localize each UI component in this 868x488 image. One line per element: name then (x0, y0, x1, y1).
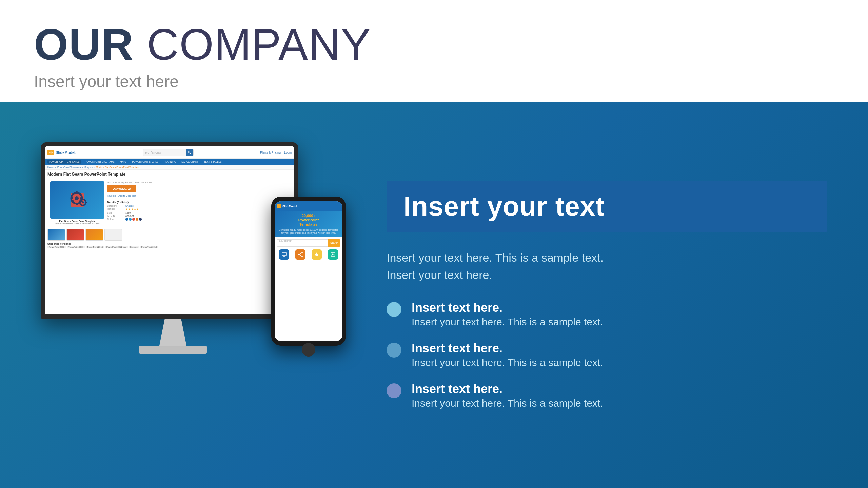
svg-point-6 (75, 196, 79, 200)
version-tags: PowerPoint 2007 PowerPoint 2010 PowerPoi… (47, 246, 292, 248)
thumbnails-row (47, 229, 292, 241)
website-nav: SlideModel. e.g. 'arrows' Plans & Pricin… (45, 146, 294, 159)
svg-rect-17 (82, 198, 83, 200)
right-content: Insert your text Insert your text here. … (346, 181, 827, 409)
action-links: Favorite Add to Collection (107, 195, 289, 197)
add-collection-link[interactable]: Add to Collection (118, 195, 136, 197)
bullet-item-2: Insert text here. Insert your text here.… (387, 341, 827, 368)
login-notice: You must be logged in to download this f… (107, 181, 289, 184)
category-row: Category: Shapes (107, 205, 289, 207)
svg-rect-8 (76, 203, 78, 205)
phone-icon-image[interactable] (328, 249, 338, 260)
plans-pricing-link[interactable]: Plans & Pricing (260, 151, 281, 154)
logo-icon (47, 150, 54, 155)
page-content: Flat Gears PowerPoint Template This is a… (47, 179, 292, 227)
nav-text-tables[interactable]: TEXT & TABLES (202, 160, 223, 164)
bullet-desc-1: Insert your text here. This is a sample … (412, 316, 603, 328)
phone-logo-text: SlideModel. (282, 205, 297, 208)
svg-rect-21 (282, 252, 286, 256)
phone-search-bar[interactable]: e.g. 'arrows' Search (277, 239, 340, 247)
page-subtitle: Insert your text here (34, 72, 834, 91)
desktop-monitor: SlideModel. e.g. 'arrows' Plans & Pricin… (41, 142, 305, 407)
product-image (50, 181, 104, 219)
bullet-item-1: Insert text here. Insert your text here.… (387, 301, 827, 328)
search-bar[interactable]: e.g. 'arrows' (143, 149, 194, 156)
nav-links-top: Plans & Pricing Login (260, 151, 292, 154)
favorite-link[interactable]: Favorite (107, 195, 116, 197)
colors-row: Colors: (107, 218, 289, 221)
logo-text: SlideModel. (56, 150, 76, 155)
download-button[interactable]: DOWNLOAD (107, 185, 136, 192)
phone-icons-row (275, 247, 342, 261)
svg-point-2 (189, 151, 190, 153)
login-link[interactable]: Login (284, 151, 292, 154)
supported-title: Supported Versions: (47, 243, 292, 245)
item-id-row: Item ID: 6356-01 (107, 215, 289, 217)
phone-hero: 20,000+ PowerPoint Templates Download re… (275, 211, 342, 237)
page-title: OUR COMPANY (34, 20, 834, 69)
thumbnail-1[interactable] (47, 229, 65, 241)
phone-hero-subtitle: Download ready-made slides & 100% editab… (277, 228, 340, 235)
svg-line-28 (299, 255, 301, 256)
mobile-phone: SlideModel. ☰ 20,000+ PowerPoint Templat… (271, 197, 346, 346)
version-6: PowerPoint 2016 (140, 246, 158, 248)
bullet-title-1: Insert text here. (412, 301, 603, 315)
version-1: PowerPoint 2007 (47, 246, 66, 248)
nav-pp-shapes[interactable]: POWERPOINT SHAPES (131, 160, 160, 164)
description-text: Insert your text here. This is a sample … (387, 249, 624, 284)
breadcrumb-shapes[interactable]: Shapes (84, 166, 93, 168)
bullet-circle-2 (387, 343, 401, 358)
phone-search-input[interactable]: e.g. 'arrows' (277, 239, 328, 247)
phone-logo: SlideModel. (277, 204, 297, 208)
svg-rect-19 (79, 202, 80, 203)
nav-data-chart[interactable]: DATA & CHART (180, 160, 200, 164)
devices-container: SlideModel. e.g. 'arrows' Plans & Pricin… (41, 142, 346, 447)
nav-bar-blue: POWERPOINT TEMPLATES POWERPOINT DIAGRAMS… (45, 159, 294, 165)
svg-point-1 (51, 152, 52, 153)
svg-point-25 (301, 256, 303, 257)
thumbnail-4[interactable] (104, 229, 122, 241)
breadcrumb-home[interactable]: Home (47, 166, 54, 168)
bullet-desc-3: Insert your text here. This is a sample … (412, 398, 603, 409)
phone-logo-icon (277, 204, 281, 208)
svg-marker-29 (315, 252, 319, 256)
version-5: Keynote (129, 246, 139, 248)
phone-icon-favorite[interactable] (312, 249, 322, 260)
breadcrumb-pp[interactable]: PowerPoint Templates (57, 166, 81, 168)
monitor-body: SlideModel. e.g. 'arrows' Plans & Pricin… (41, 142, 298, 319)
bullet-text-2: Insert text here. Insert your text here.… (412, 341, 603, 368)
svg-rect-18 (82, 205, 83, 206)
supported-section: Supported Versions: PowerPoint 2007 Powe… (47, 243, 292, 248)
bullet-desc-2: Insert your text here. This is a sample … (412, 357, 603, 368)
svg-point-24 (301, 252, 303, 253)
phone-icon-presentation[interactable] (279, 249, 289, 260)
product-page-title: Modern Flat Gears PowerPoint Template (47, 172, 292, 177)
rating-row: Rating: ★★★★★ (107, 208, 289, 211)
size-row: Size: 16x9 (107, 212, 289, 214)
nav-pp-diagrams[interactable]: POWERPOINT DIAGRAMS (84, 160, 116, 164)
details-title: Details (6 slides) (107, 201, 289, 204)
phone-home-button[interactable] (302, 343, 315, 357)
phone-header: SlideModel. ☰ (275, 201, 342, 211)
phone-screen: SlideModel. ☰ 20,000+ PowerPoint Templat… (275, 201, 342, 341)
nav-pp-templates[interactable]: POWERPOINT TEMPLATES (47, 160, 81, 164)
monitor-stand-neck (159, 319, 186, 346)
monitor-stand-base (139, 346, 207, 354)
details-section: Details (6 slides) Category: Shapes Rati… (107, 199, 289, 221)
banner-title: Insert your text (403, 191, 810, 222)
phone-icon-share[interactable] (295, 249, 305, 260)
phone-search-button[interactable]: Search (328, 239, 340, 247)
svg-line-27 (299, 253, 301, 255)
thumbnail-3[interactable] (85, 229, 103, 241)
nav-maps[interactable]: MAPS (119, 160, 128, 164)
flat-gears-label: Flat Gears PowerPoint Template This is a… (50, 220, 104, 224)
phone-hero-title: 20,000+ PowerPoint Templates (277, 214, 340, 227)
search-button[interactable] (186, 149, 193, 156)
nav-planning[interactable]: PLANNING (163, 160, 178, 164)
phone-menu-icon[interactable]: ☰ (337, 204, 340, 208)
top-section: OUR COMPANY Insert your text here (0, 0, 868, 102)
bullet-title-3: Insert text here. (412, 382, 603, 396)
bullet-circle-3 (387, 383, 401, 398)
svg-rect-9 (71, 197, 73, 199)
thumbnail-2[interactable] (66, 229, 84, 241)
